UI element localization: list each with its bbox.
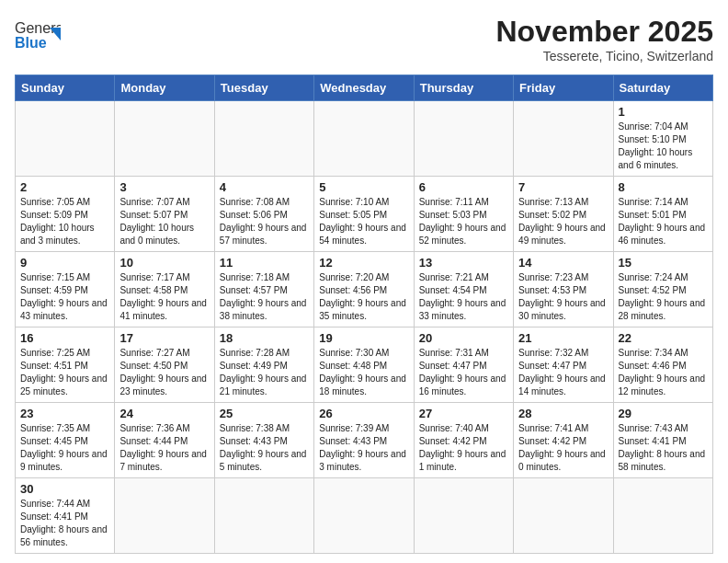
- day-info: Sunrise: 7:08 AM Sunset: 5:06 PM Dayligh…: [220, 196, 309, 247]
- day-number: 12: [319, 256, 408, 270]
- calendar-cell: 28Sunrise: 7:41 AM Sunset: 4:42 PM Dayli…: [514, 403, 613, 478]
- calendar: SundayMondayTuesdayWednesdayThursdayFrid…: [15, 75, 713, 554]
- day-info: Sunrise: 7:04 AM Sunset: 5:10 PM Dayligh…: [619, 121, 708, 172]
- day-number: 29: [619, 407, 708, 420]
- day-info: Sunrise: 7:20 AM Sunset: 4:56 PM Dayligh…: [319, 271, 408, 323]
- calendar-cell: [314, 101, 414, 177]
- calendar-cell: [414, 478, 513, 554]
- header: General Blue November 2025 Tesserete, Ti…: [15, 15, 713, 63]
- calendar-week-row: 2Sunrise: 7:05 AM Sunset: 5:09 PM Daylig…: [16, 177, 713, 252]
- calendar-cell: 2Sunrise: 7:05 AM Sunset: 5:09 PM Daylig…: [16, 177, 115, 252]
- calendar-cell: 24Sunrise: 7:36 AM Sunset: 4:44 PM Dayli…: [115, 403, 214, 478]
- calendar-cell: 10Sunrise: 7:17 AM Sunset: 4:58 PM Dayli…: [115, 252, 214, 327]
- day-number: 27: [419, 407, 508, 420]
- weekday-header: Wednesday: [314, 75, 414, 101]
- location-subtitle: Tesserete, Ticino, Switzerland: [495, 49, 713, 63]
- day-info: Sunrise: 7:25 AM Sunset: 4:51 PM Dayligh…: [20, 347, 109, 398]
- day-number: 24: [119, 407, 209, 420]
- day-number: 4: [220, 180, 309, 194]
- weekday-header: Sunday: [16, 75, 115, 101]
- day-info: Sunrise: 7:15 AM Sunset: 4:59 PM Dayligh…: [20, 271, 109, 323]
- day-number: 19: [319, 331, 408, 345]
- calendar-cell: [115, 478, 214, 554]
- calendar-cell: 20Sunrise: 7:31 AM Sunset: 4:47 PM Dayli…: [414, 327, 513, 403]
- day-info: Sunrise: 7:34 AM Sunset: 4:46 PM Dayligh…: [619, 347, 708, 398]
- day-number: 9: [20, 256, 109, 270]
- calendar-cell: 12Sunrise: 7:20 AM Sunset: 4:56 PM Dayli…: [314, 252, 414, 327]
- calendar-cell: 16Sunrise: 7:25 AM Sunset: 4:51 PM Dayli…: [16, 327, 115, 403]
- day-info: Sunrise: 7:36 AM Sunset: 4:44 PM Dayligh…: [119, 422, 209, 474]
- title-area: November 2025 Tesserete, Ticino, Switzer…: [495, 15, 713, 63]
- day-number: 3: [119, 180, 209, 194]
- day-number: 30: [20, 482, 109, 496]
- calendar-cell: [16, 101, 115, 177]
- day-info: Sunrise: 7:07 AM Sunset: 5:07 PM Dayligh…: [119, 196, 209, 247]
- calendar-cell: [214, 101, 313, 177]
- day-info: Sunrise: 7:28 AM Sunset: 4:49 PM Dayligh…: [220, 347, 309, 398]
- day-info: Sunrise: 7:32 AM Sunset: 4:47 PM Dayligh…: [518, 347, 608, 398]
- day-info: Sunrise: 7:31 AM Sunset: 4:47 PM Dayligh…: [419, 347, 508, 398]
- weekday-header: Friday: [514, 75, 613, 101]
- day-number: 13: [419, 256, 508, 270]
- calendar-cell: 6Sunrise: 7:11 AM Sunset: 5:03 PM Daylig…: [414, 177, 513, 252]
- calendar-cell: 5Sunrise: 7:10 AM Sunset: 5:05 PM Daylig…: [314, 177, 414, 252]
- day-number: 7: [518, 180, 608, 194]
- calendar-week-row: 23Sunrise: 7:35 AM Sunset: 4:45 PM Dayli…: [16, 403, 713, 478]
- day-number: 20: [419, 331, 508, 345]
- day-info: Sunrise: 7:14 AM Sunset: 5:01 PM Dayligh…: [619, 196, 708, 247]
- day-info: Sunrise: 7:11 AM Sunset: 5:03 PM Dayligh…: [419, 196, 508, 247]
- day-number: 23: [20, 407, 109, 420]
- calendar-cell: 8Sunrise: 7:14 AM Sunset: 5:01 PM Daylig…: [613, 177, 712, 252]
- calendar-cell: 30Sunrise: 7:44 AM Sunset: 4:41 PM Dayli…: [16, 478, 115, 554]
- logo-icon: General Blue: [15, 15, 61, 53]
- day-number: 1: [619, 105, 708, 119]
- day-number: 22: [619, 331, 708, 345]
- day-info: Sunrise: 7:27 AM Sunset: 4:50 PM Dayligh…: [119, 347, 209, 398]
- calendar-cell: 25Sunrise: 7:38 AM Sunset: 4:43 PM Dayli…: [214, 403, 313, 478]
- day-number: 28: [518, 407, 608, 420]
- calendar-cell: [414, 101, 513, 177]
- weekday-header-row: SundayMondayTuesdayWednesdayThursdayFrid…: [16, 75, 713, 101]
- calendar-cell: 19Sunrise: 7:30 AM Sunset: 4:48 PM Dayli…: [314, 327, 414, 403]
- svg-text:Blue: Blue: [15, 35, 47, 51]
- calendar-cell: [514, 478, 613, 554]
- weekday-header: Monday: [115, 75, 214, 101]
- day-info: Sunrise: 7:21 AM Sunset: 4:54 PM Dayligh…: [419, 271, 508, 323]
- calendar-cell: 27Sunrise: 7:40 AM Sunset: 4:42 PM Dayli…: [414, 403, 513, 478]
- logo: General Blue: [15, 15, 61, 53]
- calendar-cell: [314, 478, 414, 554]
- day-info: Sunrise: 7:24 AM Sunset: 4:52 PM Dayligh…: [619, 271, 708, 323]
- day-info: Sunrise: 7:17 AM Sunset: 4:58 PM Dayligh…: [119, 271, 209, 323]
- calendar-cell: 11Sunrise: 7:18 AM Sunset: 4:57 PM Dayli…: [214, 252, 313, 327]
- calendar-cell: 23Sunrise: 7:35 AM Sunset: 4:45 PM Dayli…: [16, 403, 115, 478]
- calendar-cell: 17Sunrise: 7:27 AM Sunset: 4:50 PM Dayli…: [115, 327, 214, 403]
- calendar-cell: 29Sunrise: 7:43 AM Sunset: 4:41 PM Dayli…: [613, 403, 712, 478]
- day-number: 14: [518, 256, 608, 270]
- calendar-week-row: 9Sunrise: 7:15 AM Sunset: 4:59 PM Daylig…: [16, 252, 713, 327]
- calendar-cell: 7Sunrise: 7:13 AM Sunset: 5:02 PM Daylig…: [514, 177, 613, 252]
- day-number: 17: [119, 331, 209, 345]
- calendar-cell: 14Sunrise: 7:23 AM Sunset: 4:53 PM Dayli…: [514, 252, 613, 327]
- day-number: 25: [220, 407, 309, 420]
- day-info: Sunrise: 7:44 AM Sunset: 4:41 PM Dayligh…: [20, 498, 109, 549]
- calendar-cell: 9Sunrise: 7:15 AM Sunset: 4:59 PM Daylig…: [16, 252, 115, 327]
- calendar-cell: 13Sunrise: 7:21 AM Sunset: 4:54 PM Dayli…: [414, 252, 513, 327]
- day-number: 6: [419, 180, 508, 194]
- calendar-cell: 18Sunrise: 7:28 AM Sunset: 4:49 PM Dayli…: [214, 327, 313, 403]
- day-number: 5: [319, 180, 408, 194]
- day-info: Sunrise: 7:41 AM Sunset: 4:42 PM Dayligh…: [518, 422, 608, 474]
- day-info: Sunrise: 7:38 AM Sunset: 4:43 PM Dayligh…: [220, 422, 309, 474]
- weekday-header: Tuesday: [214, 75, 313, 101]
- day-info: Sunrise: 7:40 AM Sunset: 4:42 PM Dayligh…: [419, 422, 508, 474]
- calendar-cell: [115, 101, 214, 177]
- month-title: November 2025: [495, 15, 713, 49]
- day-number: 18: [220, 331, 309, 345]
- calendar-cell: 3Sunrise: 7:07 AM Sunset: 5:07 PM Daylig…: [115, 177, 214, 252]
- day-info: Sunrise: 7:39 AM Sunset: 4:43 PM Dayligh…: [319, 422, 408, 474]
- calendar-cell: [613, 478, 712, 554]
- weekday-header: Thursday: [414, 75, 513, 101]
- day-number: 26: [319, 407, 408, 420]
- day-info: Sunrise: 7:18 AM Sunset: 4:57 PM Dayligh…: [220, 271, 309, 323]
- day-number: 2: [20, 180, 109, 194]
- calendar-week-row: 30Sunrise: 7:44 AM Sunset: 4:41 PM Dayli…: [16, 478, 713, 554]
